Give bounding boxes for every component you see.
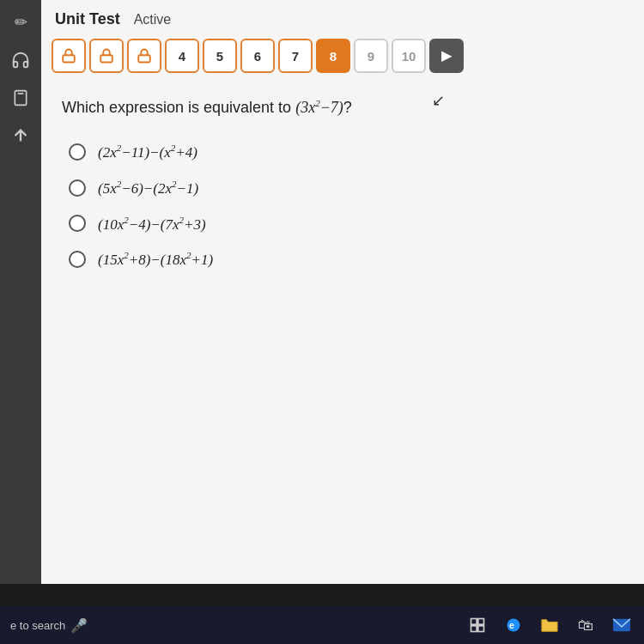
taskbar-icons: e 🛍 [465, 613, 634, 637]
nav-btn-9[interactable]: 9 [354, 39, 388, 73]
svg-rect-14 [138, 55, 150, 62]
answer-choices: (2x2−11)−(x2+4) (5x2−6)−(2x2−1) (10x2−4)… [62, 143, 623, 269]
svg-rect-15 [471, 619, 477, 625]
choice-B[interactable]: (5x2−6)−(2x2−1) [69, 179, 623, 197]
nav-btn-2[interactable] [89, 39, 124, 73]
nav-btn-5[interactable]: 5 [203, 39, 237, 73]
svg-rect-16 [478, 619, 484, 625]
folder-icon[interactable] [538, 613, 562, 637]
nav-btn-3[interactable] [127, 39, 161, 73]
svg-text:e: e [509, 620, 514, 630]
question-area: Which expression is equivalent to (3x2−7… [41, 76, 644, 283]
header: Unit Test Active [41, 0, 644, 35]
choice-A-text: (2x2−11)−(x2+4) [98, 143, 197, 161]
svg-rect-17 [471, 626, 477, 632]
taskbar-search: e to search 🎤 [10, 617, 88, 634]
svg-rect-12 [63, 55, 75, 62]
mic-icon[interactable]: 🎤 [70, 617, 88, 634]
choice-A[interactable]: (2x2−11)−(x2+4) [69, 143, 623, 161]
choice-D-radio[interactable] [69, 251, 86, 268]
choice-B-radio[interactable] [69, 179, 86, 197]
pencil-icon[interactable]: ✏ [5, 7, 36, 38]
choice-D-text: (15x2+8)−(18x2+1) [98, 250, 213, 269]
choice-B-text: (5x2−6)−(2x2−1) [98, 179, 198, 197]
task-view-icon[interactable] [465, 613, 489, 637]
mail-icon[interactable] [610, 613, 634, 637]
search-text: e to search [10, 619, 65, 632]
question-text: Which expression is equivalent to (3x2−7… [62, 97, 623, 118]
store-icon[interactable]: 🛍 [574, 613, 598, 637]
status-badge: Active [134, 12, 172, 27]
question-nav-bar: 4 5 6 7 8 9 10 ▶ [41, 35, 644, 76]
edge-icon[interactable]: e [501, 613, 526, 637]
nav-btn-7[interactable]: 7 [278, 39, 313, 73]
question-expression: (3x2−7) [295, 99, 343, 116]
nav-btn-play[interactable]: ▶ [429, 39, 464, 73]
main-content: Unit Test Active 4 5 6 7 [41, 0, 644, 584]
headphone-icon[interactable] [5, 45, 36, 76]
up-arrow-icon[interactable] [5, 120, 36, 151]
taskbar: e to search 🎤 e 🛍 [0, 606, 644, 644]
nav-btn-10[interactable]: 10 [392, 39, 426, 73]
choice-D[interactable]: (15x2+8)−(18x2+1) [69, 250, 623, 269]
choice-C-text: (10x2−4)−(7x2+3) [98, 215, 206, 234]
nav-btn-6[interactable]: 6 [240, 39, 275, 73]
choice-C[interactable]: (10x2−4)−(7x2+3) [69, 215, 623, 234]
choice-A-radio[interactable] [69, 143, 86, 161]
page-title: Unit Test [55, 10, 120, 28]
svg-rect-13 [100, 55, 112, 62]
svg-rect-18 [478, 626, 484, 632]
choice-C-radio[interactable] [69, 215, 86, 232]
svg-rect-0 [15, 91, 26, 106]
nav-btn-4[interactable]: 4 [165, 39, 199, 73]
nav-btn-8[interactable]: 8 [316, 39, 350, 73]
sidebar: ✏ [0, 0, 41, 584]
nav-btn-1[interactable] [52, 39, 86, 73]
calculator-icon[interactable] [5, 82, 36, 113]
